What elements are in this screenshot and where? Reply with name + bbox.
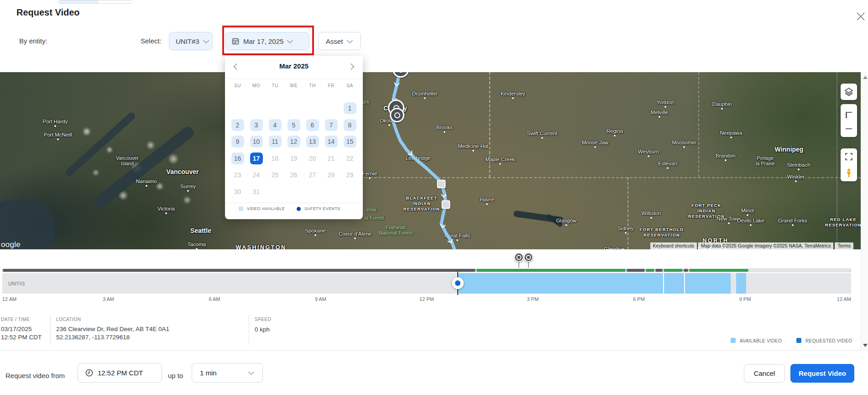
page-title: Request Video [16,7,80,18]
scroll-up-icon[interactable] [863,76,868,79]
scrubber-dot [455,280,460,286]
speed-value: 0 kph [255,326,270,333]
calendar-day[interactable]: 16 [231,153,244,164]
date-dropdown-value: Mar 17, 2025 [243,37,283,45]
calendar-month-label: Mar 2025 [225,62,363,70]
calendar-day: 26 [288,169,300,181]
calendar-day[interactable]: 2 [231,119,244,131]
scroll-down-icon[interactable] [863,344,868,347]
calendar-cell: 24 [247,167,266,184]
entity-toggle-vehicle[interactable]: Vehicle [59,0,98,3]
safety-event-pin-icon[interactable] [524,253,533,262]
timeline-status-segment [655,269,663,272]
map-canvas[interactable]: Port HardyPort McNeillVancouver IslandVa… [0,72,861,249]
calendar-cell [266,100,284,117]
calendar-cell: 4 [266,117,284,134]
requested-video-swatch [796,338,801,343]
asset-dropdown[interactable]: Asset [318,32,361,50]
video-available-label: VIDEO AVAILABLE [247,206,285,211]
calendar-day[interactable]: 15 [344,136,356,147]
calendar-next-month-icon[interactable] [347,63,355,70]
calendar-cell: 31 [247,184,266,200]
request-video-button[interactable]: Request Video [790,364,854,383]
close-icon[interactable] [855,11,866,22]
stop-marker-icon[interactable] [442,200,450,209]
calendar-weekday: MO [247,83,266,88]
calendar-day[interactable]: 3 [250,119,263,131]
timeline-status-segment [749,269,851,272]
vehicle-marker-icon[interactable] [390,108,404,122]
asset-dropdown-value: Asset [326,37,343,45]
address-value: 236 Clearview Dr, Red Deer, AB T4E 0A1 [56,326,169,332]
calendar-day[interactable]: 6 [306,119,319,131]
timeline-status-segment [683,269,689,272]
event-pin-stem [528,262,529,268]
calendar-cell [228,100,247,117]
timeline-hour-label: 12 PM [419,296,434,302]
timeline-hour-label: 9 AM [315,296,326,302]
calendar-day[interactable]: 8 [344,119,356,131]
calendar-day[interactable]: 4 [269,119,282,131]
calendar-cell: 5 [284,117,303,134]
calendar-day[interactable]: 7 [325,119,338,131]
start-time-button[interactable]: 12:52 PM CDT [78,363,162,383]
terms-link[interactable]: Terms [835,242,853,249]
timeline-status-segment [663,269,683,272]
timeline-hour-label: 12 AM [2,296,16,302]
calendar-cell: 2 [228,117,247,134]
street-view-pegman-icon[interactable] [841,165,857,181]
calendar-day[interactable]: 14 [325,136,338,147]
calendar-cell [284,184,303,200]
calendar-cell: 26 [284,167,303,184]
request-from-label: Request video from [5,372,65,379]
stop-marker-icon[interactable] [437,180,446,189]
date-dropdown[interactable]: Mar 17, 2025 [225,32,309,50]
fullscreen-icon[interactable] [841,148,857,165]
calendar-day[interactable]: 11 [269,136,282,147]
calendar-day: 23 [231,169,244,181]
map-zoom-control [841,104,857,137]
calendar-day[interactable]: 12 [288,136,300,147]
calendar-weekday: TH [303,83,322,88]
timeline-status-segment [626,269,645,272]
calendar-cell: 3 [247,117,266,134]
calendar-day: 24 [250,169,263,181]
select-label: Select: [141,37,162,45]
entity-toggle: Vehicle Asset [58,0,132,4]
calendar-day[interactable]: 10 [250,136,263,147]
calendar-weekday: TU [266,83,284,88]
unit-dropdown[interactable]: UNIT#3 [169,32,213,50]
calendar-day[interactable]: 5 [288,119,300,131]
safety-event-pin-icon[interactable] [514,253,523,262]
entity-toggle-asset[interactable]: Asset [98,0,131,3]
scrubber-handle[interactable] [452,277,464,289]
calendar-cell: 6 [303,117,322,134]
calendar-day: 31 [250,186,263,198]
zoom-in-icon[interactable] [841,104,857,121]
safety-event-pin-glyph [526,255,531,260]
calendar-day[interactable]: 9 [231,136,244,147]
event-pin-stem [518,262,519,268]
timeline-hour-label: 6 AM [209,296,220,302]
calendar-cell: 9 [228,133,247,150]
calendar-cell: 1 [340,100,359,117]
timeline-event-pins [2,253,851,269]
calendar-day: 28 [325,169,338,181]
calendar-cell [340,184,359,200]
calendar-day[interactable]: 13 [306,136,319,147]
zoom-out-icon[interactable] [841,121,857,137]
vehicle-marker-glyph [398,72,404,73]
keyboard-shortcuts-link[interactable]: Keyboard shortcuts [650,242,697,249]
cancel-button[interactable]: Cancel [744,364,785,383]
chevron-down-icon [203,37,209,43]
calendar-cell: 20 [303,150,322,167]
layers-icon[interactable] [841,84,857,100]
calendar-day[interactable]: 17 [250,153,263,164]
coords-value: 52.2136287, -113.7729618 [56,334,130,341]
scrollbar[interactable] [861,72,868,351]
timeline-unit-row[interactable]: UNIT#3 [2,273,851,294]
calendar-cell [322,100,340,117]
duration-dropdown[interactable]: 1 min [192,363,263,383]
calendar-day[interactable]: 1 [344,102,356,114]
calendar-cell: 25 [266,167,284,184]
